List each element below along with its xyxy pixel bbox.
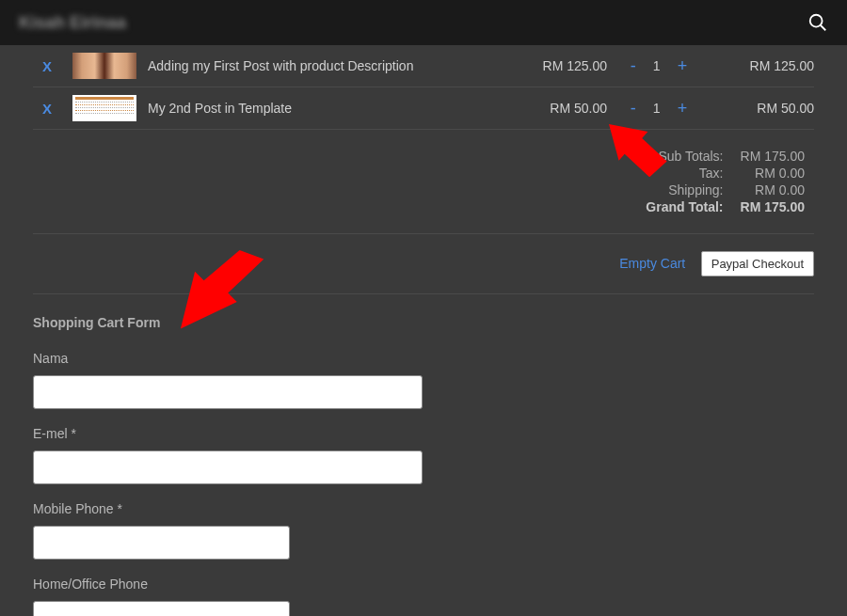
cart-row: X Adding my First Post with product Desc… bbox=[33, 45, 814, 87]
field-label-home-phone: Home/Office Phone bbox=[33, 577, 814, 592]
quantity-group: - 1 + bbox=[607, 56, 711, 76]
item-price: RM 125.00 bbox=[522, 58, 607, 73]
form-field-home-phone: Home/Office Phone bbox=[33, 577, 814, 616]
field-label-nama: Nama bbox=[33, 351, 814, 366]
tax-label: Tax: bbox=[638, 166, 730, 181]
qty-plus-button[interactable]: + bbox=[678, 56, 688, 76]
qty-value: 1 bbox=[653, 101, 661, 116]
grand-total-value: RM 175.00 bbox=[733, 199, 812, 214]
item-price: RM 50.00 bbox=[522, 101, 607, 116]
subtotal-value: RM 175.00 bbox=[733, 149, 812, 164]
form-field-nama: Nama bbox=[33, 351, 814, 409]
grand-total-label: Grand Total: bbox=[638, 199, 730, 214]
tax-value: RM 0.00 bbox=[733, 166, 812, 181]
form-title: Shopping Cart Form bbox=[33, 315, 814, 330]
shipping-label: Shipping: bbox=[638, 182, 730, 197]
form-field-email: E-mel * bbox=[33, 426, 814, 484]
shipping-value: RM 0.00 bbox=[733, 182, 812, 197]
search-icon[interactable] bbox=[807, 12, 828, 33]
quantity-group: - 1 + bbox=[607, 99, 711, 118]
shipping-row: Shipping: RM 0.00 bbox=[638, 182, 812, 197]
field-label-mobile: Mobile Phone * bbox=[33, 501, 814, 516]
email-input[interactable] bbox=[33, 450, 423, 484]
main-content: X Adding my First Post with product Desc… bbox=[0, 45, 847, 616]
cart-row: X My 2nd Post in Template RM 50.00 - 1 +… bbox=[33, 87, 814, 130]
header: Kisah Eirinaa bbox=[0, 0, 847, 45]
qty-plus-button[interactable]: + bbox=[678, 99, 688, 118]
svg-point-0 bbox=[810, 15, 823, 27]
qty-minus-button[interactable]: - bbox=[631, 56, 636, 76]
line-total: RM 125.00 bbox=[711, 58, 814, 73]
remove-item-button[interactable]: X bbox=[33, 101, 61, 117]
totals-table: Sub Totals: RM 175.00 Tax: RM 0.00 Shipp… bbox=[636, 147, 814, 216]
line-total: RM 50.00 bbox=[711, 101, 814, 116]
item-name: My 2nd Post in Template bbox=[148, 101, 522, 116]
qty-minus-button[interactable]: - bbox=[631, 99, 636, 118]
totals-block: Sub Totals: RM 175.00 Tax: RM 0.00 Shipp… bbox=[33, 130, 814, 234]
grand-total-row: Grand Total: RM 175.00 bbox=[638, 199, 812, 214]
subtotal-row: Sub Totals: RM 175.00 bbox=[638, 149, 812, 164]
site-title: Kisah Eirinaa bbox=[19, 13, 126, 33]
empty-cart-link[interactable]: Empty Cart bbox=[619, 256, 685, 271]
home-phone-input[interactable] bbox=[33, 601, 290, 616]
item-thumbnail bbox=[72, 95, 136, 121]
subtotal-label: Sub Totals: bbox=[638, 149, 730, 164]
form-field-mobile: Mobile Phone * bbox=[33, 501, 814, 560]
item-thumbnail bbox=[72, 53, 136, 79]
remove-item-button[interactable]: X bbox=[33, 58, 61, 74]
paypal-checkout-button[interactable]: Paypal Checkout bbox=[701, 251, 814, 276]
mobile-input[interactable] bbox=[33, 526, 290, 560]
tax-row: Tax: RM 0.00 bbox=[638, 166, 812, 181]
field-label-email: E-mel * bbox=[33, 426, 814, 441]
qty-value: 1 bbox=[653, 58, 661, 73]
item-name: Adding my First Post with product Descri… bbox=[148, 58, 522, 73]
svg-line-1 bbox=[821, 25, 826, 31]
form-section: Shopping Cart Form Nama E-mel * Mobile P… bbox=[33, 315, 814, 616]
nama-input[interactable] bbox=[33, 375, 423, 409]
cart-actions: Empty Cart Paypal Checkout bbox=[33, 234, 814, 294]
